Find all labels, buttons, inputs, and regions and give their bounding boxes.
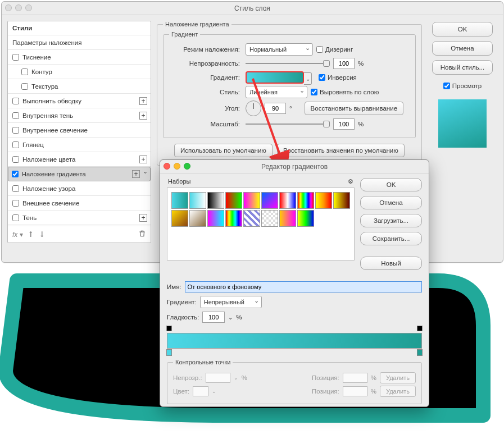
preset-thumb[interactable]	[243, 192, 260, 209]
gradient-overlay-item[interactable]: Наложение градиента+	[8, 167, 151, 181]
gradient-overlay-checkbox[interactable]	[12, 171, 19, 177]
preset-thumb[interactable]	[171, 210, 188, 227]
inner-shadow-item[interactable]: Внутренняя тень+	[8, 108, 151, 123]
presets-box[interactable]	[167, 188, 355, 260]
emboss-checkbox[interactable]	[12, 54, 19, 61]
gradient-ramp[interactable]	[167, 333, 422, 349]
reverse-checkbox[interactable]	[319, 74, 325, 81]
angle-dial[interactable]	[246, 100, 261, 116]
preview-checkbox[interactable]	[443, 83, 450, 89]
save-button[interactable]: Сохранить...	[360, 232, 422, 245]
new-style-button[interactable]: Новый стиль...	[432, 60, 493, 75]
reset-align-button[interactable]: Восстановить выравнивание	[305, 102, 403, 115]
add-icon[interactable]: +	[132, 170, 140, 178]
inner-shadow-checkbox[interactable]	[12, 112, 19, 119]
preset-thumb[interactable]	[279, 192, 296, 209]
pattern-overlay-checkbox[interactable]	[12, 185, 19, 192]
contour-checkbox[interactable]	[21, 68, 28, 75]
stroke-checkbox[interactable]	[12, 98, 19, 104]
zoom-icon[interactable]	[184, 163, 190, 170]
emboss-item[interactable]: Тиснение	[8, 50, 151, 65]
outer-glow-item[interactable]: Внешнее свечение	[8, 196, 151, 211]
name-input[interactable]	[185, 281, 422, 292]
stop-opacity-input[interactable]	[206, 373, 230, 383]
style-select[interactable]: Линейная	[246, 86, 307, 98]
load-button[interactable]: Загрузить...	[360, 214, 422, 227]
color-stop-right[interactable]	[417, 349, 423, 356]
arrow-down-icon[interactable]: 🠗	[39, 231, 46, 239]
stop-color-swatch[interactable]	[193, 386, 208, 396]
color-stop-left[interactable]	[166, 349, 172, 356]
preset-thumb[interactable]	[297, 192, 314, 209]
editor-cancel-button[interactable]: Отмена	[360, 196, 422, 209]
reset-default-button[interactable]: Восстановить значения по умолчанию	[277, 144, 405, 157]
gradient-swatch[interactable]: ⌄	[246, 71, 304, 84]
blending-options-item[interactable]: Параметры наложения	[8, 35, 151, 50]
stop-position-input[interactable]	[343, 373, 367, 383]
delete-color-stop-button[interactable]: Удалить	[380, 386, 416, 397]
opacity-stop-left[interactable]	[166, 326, 172, 331]
zoom-icon[interactable]	[25, 4, 32, 11]
add-icon[interactable]: +	[139, 112, 147, 120]
preset-thumb[interactable]	[207, 210, 224, 227]
stroke-item[interactable]: Выполнить обводку+	[8, 94, 151, 108]
contour-item[interactable]: Контур	[8, 65, 151, 79]
color-overlay-item[interactable]: Наложение цвета+	[8, 152, 151, 167]
preset-thumb[interactable]	[333, 192, 350, 209]
outer-glow-checkbox[interactable]	[12, 200, 19, 207]
inner-glow-item[interactable]: Внутреннее свечение	[8, 123, 151, 138]
fx-menu[interactable]: fx ▾	[12, 231, 23, 239]
preset-thumb[interactable]	[261, 192, 278, 209]
editor-window-controls[interactable]	[164, 163, 190, 170]
drop-shadow-item[interactable]: Тень+	[8, 211, 151, 225]
gear-icon[interactable]: ⚙︎	[348, 178, 353, 185]
preset-thumb[interactable]	[225, 192, 242, 209]
pattern-overlay-item[interactable]: Наложение узора	[8, 181, 151, 196]
trash-icon[interactable]	[138, 230, 146, 239]
opacity-input[interactable]	[333, 58, 355, 69]
opacity-slider[interactable]	[246, 63, 330, 64]
preset-thumb[interactable]	[189, 192, 206, 209]
new-button[interactable]: Новый	[360, 257, 422, 270]
align-checkbox[interactable]	[311, 89, 317, 95]
editor-ok-button[interactable]: OK	[360, 178, 422, 191]
preset-thumb[interactable]	[225, 210, 242, 227]
preset-thumb[interactable]	[207, 192, 224, 209]
cancel-button[interactable]: Отмена	[432, 41, 493, 56]
preset-thumb[interactable]	[189, 210, 206, 227]
arrow-up-icon[interactable]: 🠕	[28, 231, 34, 239]
preset-thumb[interactable]	[243, 210, 260, 227]
preset-thumb[interactable]	[315, 192, 332, 209]
texture-checkbox[interactable]	[21, 83, 28, 90]
satin-item[interactable]: Глянец	[8, 138, 151, 152]
scale-input[interactable]	[333, 118, 355, 130]
dither-checkbox[interactable]	[316, 46, 323, 53]
delete-opacity-stop-button[interactable]: Удалить	[380, 372, 416, 383]
minimize-icon[interactable]	[15, 4, 22, 11]
add-icon[interactable]: +	[139, 214, 147, 222]
close-icon[interactable]	[5, 4, 12, 11]
close-icon[interactable]	[164, 163, 170, 170]
window-controls[interactable]	[5, 4, 32, 11]
inner-glow-checkbox[interactable]	[12, 127, 19, 134]
scale-slider[interactable]	[246, 124, 330, 125]
smooth-input[interactable]	[202, 312, 225, 323]
preset-thumb[interactable]	[261, 210, 278, 227]
type-select[interactable]: Непрерывный	[200, 296, 262, 308]
stop-color-position-input[interactable]	[343, 386, 367, 396]
opacity-stop-right[interactable]	[417, 326, 423, 331]
chevron-down-icon[interactable]: ⌄	[304, 72, 312, 85]
preset-thumb[interactable]	[297, 210, 314, 227]
drop-shadow-checkbox[interactable]	[12, 214, 19, 221]
color-overlay-checkbox[interactable]	[12, 156, 19, 163]
texture-item[interactable]: Текстура	[8, 79, 151, 94]
make-default-button[interactable]: Использовать по умолчанию	[174, 144, 273, 157]
minimize-icon[interactable]	[174, 163, 180, 170]
add-icon[interactable]: +	[139, 156, 147, 163]
satin-checkbox[interactable]	[12, 141, 19, 148]
add-icon[interactable]: +	[139, 97, 147, 105]
blend-mode-select[interactable]: Нормальный	[246, 43, 313, 56]
angle-input[interactable]	[265, 103, 286, 114]
preset-thumb[interactable]	[279, 210, 296, 227]
ok-button[interactable]: OK	[432, 22, 493, 36]
